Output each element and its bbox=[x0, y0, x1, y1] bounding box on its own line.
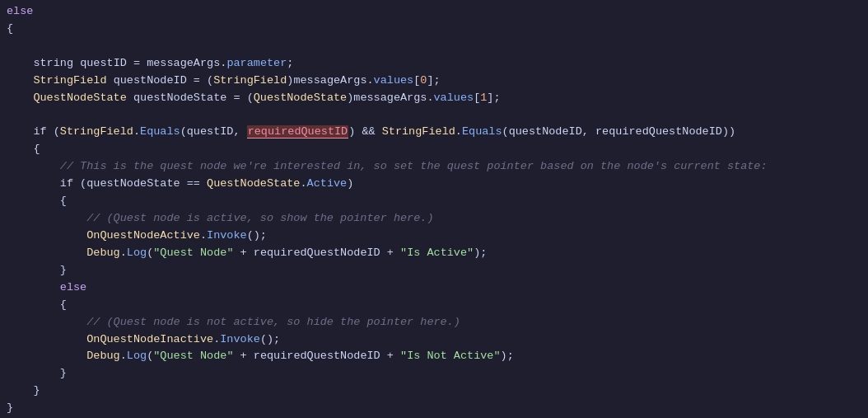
line-content: // (Quest node is not active, so hide th… bbox=[0, 314, 868, 331]
line: Debug.Log("Quest Node" + requiredQuestNo… bbox=[0, 245, 868, 262]
line: if (questNodeState == QuestNodeState.Act… bbox=[0, 176, 868, 193]
line: { bbox=[0, 141, 868, 158]
line: else bbox=[0, 279, 868, 297]
line-content: } bbox=[0, 383, 868, 400]
line-content: string questID = messageArgs.parameter; bbox=[0, 55, 868, 73]
line-content bbox=[0, 107, 868, 124]
line-content: } bbox=[0, 400, 868, 417]
line-content: Debug.Log("Quest Node" + requiredQuestNo… bbox=[0, 348, 868, 365]
line: string questID = messageArgs.parameter; bbox=[0, 55, 868, 73]
line: Debug.Log("Quest Node" + requiredQuestNo… bbox=[0, 348, 868, 365]
line: { bbox=[0, 297, 868, 314]
line-content: { bbox=[0, 297, 868, 314]
line-content: OnQuestNodeActive.Invoke(); bbox=[0, 228, 868, 245]
line: else bbox=[0, 3, 868, 21]
line bbox=[0, 107, 868, 124]
line-content: { bbox=[0, 141, 868, 158]
line-content: { bbox=[0, 193, 868, 210]
line-content: // This is the quest node we're interest… bbox=[0, 158, 868, 176]
line: StringField questNodeID = (StringField)m… bbox=[0, 73, 868, 90]
line: // This is the quest node we're interest… bbox=[0, 158, 868, 176]
line: QuestNodeState questNodeState = (QuestNo… bbox=[0, 90, 868, 107]
line-content: StringField questNodeID = (StringField)m… bbox=[0, 73, 868, 90]
line-content: OnQuestNodeInactive.Invoke(); bbox=[0, 331, 868, 349]
line-content: // (Quest node is active, so show the po… bbox=[0, 210, 868, 228]
line: } bbox=[0, 365, 868, 383]
line-content: { bbox=[0, 21, 868, 38]
line: if (StringField.Equals(questID, required… bbox=[0, 124, 868, 141]
line-content: QuestNodeState questNodeState = (QuestNo… bbox=[0, 90, 868, 107]
line: } bbox=[0, 262, 868, 279]
line-content: Debug.Log("Quest Node" + requiredQuestNo… bbox=[0, 245, 868, 262]
line: { bbox=[0, 21, 868, 38]
code-editor: else{ string questID = messageArgs.param… bbox=[0, 0, 868, 418]
line-content: if (questNodeState == QuestNodeState.Act… bbox=[0, 176, 868, 193]
line: } bbox=[0, 400, 868, 417]
line-content: } bbox=[0, 365, 868, 383]
line bbox=[0, 38, 868, 55]
line-content: else bbox=[0, 279, 868, 297]
line-content: if (StringField.Equals(questID, required… bbox=[0, 124, 868, 141]
line: // (Quest node is not active, so hide th… bbox=[0, 314, 868, 331]
line: } bbox=[0, 383, 868, 400]
line: OnQuestNodeActive.Invoke(); bbox=[0, 228, 868, 245]
line: { bbox=[0, 193, 868, 210]
line: OnQuestNodeInactive.Invoke(); bbox=[0, 331, 868, 349]
line: // (Quest node is active, so show the po… bbox=[0, 210, 868, 228]
line-content: } bbox=[0, 262, 868, 279]
line-content: else bbox=[0, 3, 868, 21]
line-content bbox=[0, 38, 868, 55]
